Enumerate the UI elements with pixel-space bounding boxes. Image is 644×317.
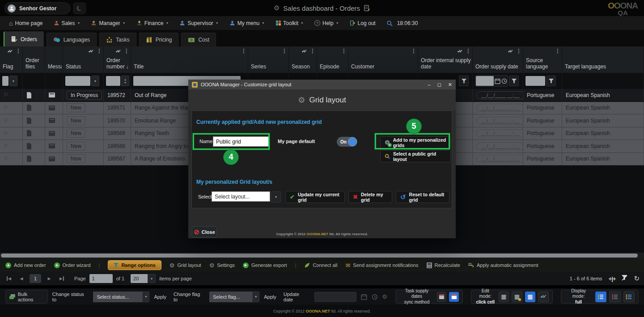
- flag-filter-dropdown[interactable]: ▼: [9, 76, 17, 86]
- column-menu-icon[interactable]: ⋮: [241, 48, 246, 54]
- sync-method-calendar-active-button[interactable]: [449, 292, 459, 302]
- bulk-actions-button[interactable]: Bulk actions: [5, 290, 48, 304]
- search-icon[interactable]: [386, 20, 393, 26]
- col-order-internal-supply-date[interactable]: ✔✔⋮ Order internal supply date: [418, 46, 473, 73]
- column-menu-icon[interactable]: ⋮: [555, 48, 560, 54]
- select-status-dropdown-arrow[interactable]: ▼: [142, 292, 149, 302]
- source-language-filter-icon[interactable]: [546, 76, 556, 86]
- col-messages[interactable]: Messages: [45, 46, 63, 73]
- col-customer[interactable]: ⋮ Customer: [348, 46, 418, 73]
- scrollbar-thumb[interactable]: [1, 254, 638, 258]
- column-check-icon[interactable]: ✔✔: [301, 49, 307, 54]
- order-number-stepper[interactable]: ▲▼: [121, 76, 129, 86]
- copy-report-icon[interactable]: [364, 5, 370, 12]
- last-page-button[interactable]: ▶: [57, 276, 66, 281]
- column-check-icon[interactable]: ✔✔: [7, 49, 13, 54]
- messages-icon[interactable]: [49, 156, 55, 161]
- now-gear-icon[interactable]: ⚙: [382, 293, 387, 300]
- edit-mode-grid-badge-button[interactable]: ▦: [512, 292, 522, 302]
- col-series[interactable]: ⋮ Series: [248, 46, 289, 73]
- apply-automatic-assignment-button[interactable]: Apply automatic assignment: [468, 262, 538, 268]
- page-number-input[interactable]: 1: [89, 274, 113, 283]
- calendar-icon[interactable]: [495, 78, 500, 84]
- layout-select[interactable]: Select layout...: [212, 191, 270, 202]
- col-source-language[interactable]: ⋮ Source language: [523, 46, 562, 73]
- col-order-files[interactable]: Order files: [23, 46, 45, 73]
- delete-my-grid-button[interactable]: ✖ Delete my grid: [348, 191, 392, 203]
- internal-supply-date-filter-icon[interactable]: [459, 76, 469, 86]
- first-page-button[interactable]: ◀: [4, 276, 13, 281]
- tab-orders[interactable]: Orders: [4, 31, 44, 46]
- refresh-icon[interactable]: ↻: [634, 275, 640, 283]
- menu-manager[interactable]: Manager▼: [86, 17, 130, 30]
- column-menu-icon[interactable]: ⋮: [16, 48, 21, 54]
- col-order-supply-date[interactable]: ✔✔⋮ Order supply date: [473, 46, 523, 73]
- col-target-languages[interactable]: Target languages: [562, 46, 644, 73]
- page-size-select[interactable]: 20: [131, 274, 148, 283]
- order-files-icon[interactable]: [26, 118, 32, 124]
- supply-date-filter-input[interactable]: [476, 76, 494, 86]
- flag-filter-input[interactable]: [2, 76, 8, 86]
- menu-log-out[interactable]: Log out: [345, 17, 380, 30]
- maximize-icon[interactable]: ◻: [437, 82, 441, 88]
- clock-icon[interactable]: [372, 294, 378, 300]
- tab-languages[interactable]: Languages: [47, 33, 97, 46]
- horizontal-scrollbar[interactable]: [0, 253, 644, 258]
- apply-flag-button[interactable]: Apply: [264, 294, 276, 300]
- column-menu-icon[interactable]: ⋮: [411, 48, 416, 54]
- messages-icon[interactable]: [49, 131, 55, 136]
- send-assignment-notifications-button[interactable]: ✉Send assignment notifications: [345, 262, 418, 269]
- edit-mode-grid-button[interactable]: ▦: [499, 292, 509, 302]
- generate-export-button[interactable]: ▶Generate export: [243, 262, 287, 268]
- order-wizard-button[interactable]: +Order wizard: [54, 262, 91, 268]
- apply-status-button[interactable]: Apply: [154, 294, 166, 300]
- add-new-order-button[interactable]: +Add new order: [5, 262, 46, 268]
- supply-date-filter-icon[interactable]: [509, 76, 519, 86]
- col-status[interactable]: ✔✔⋮ Status: [63, 46, 104, 73]
- flag-icon[interactable]: ⚐: [4, 117, 9, 124]
- update-my-current-grid-button[interactable]: ✔ Update my current grid: [285, 191, 345, 203]
- my-page-default-toggle[interactable]: On: [337, 137, 357, 147]
- order-number-filter-input[interactable]: [106, 76, 120, 86]
- column-check-icon[interactable]: ✔✔: [508, 49, 513, 54]
- dialog-title-bar[interactable]: OOONA Manager - Customize grid layout – …: [188, 80, 456, 89]
- update-date-input[interactable]: [314, 292, 356, 302]
- menu-finance[interactable]: Finance▼: [132, 17, 174, 30]
- flag-icon[interactable]: ⚐: [4, 105, 9, 111]
- order-files-icon[interactable]: [26, 92, 32, 98]
- clock-icon[interactable]: [501, 78, 507, 84]
- column-menu-icon[interactable]: ⋮: [310, 48, 315, 54]
- current-page-button[interactable]: 1: [30, 274, 41, 283]
- column-menu-icon[interactable]: ⋮: [124, 48, 129, 54]
- order-files-icon[interactable]: [26, 105, 32, 111]
- order-files-icon[interactable]: [26, 130, 32, 136]
- status-filter-dropdown[interactable]: ▼: [91, 76, 99, 86]
- messages-icon[interactable]: [49, 106, 55, 110]
- col-season[interactable]: ✔✔⋮ Season: [289, 46, 317, 73]
- display-mode-mixed-button[interactable]: [623, 292, 635, 302]
- minimize-icon[interactable]: –: [428, 82, 431, 88]
- menu-sales[interactable]: Sales▼: [49, 17, 85, 30]
- column-menu-icon[interactable]: ⋮: [466, 48, 471, 54]
- col-title[interactable]: ⋮ Title: [131, 46, 248, 73]
- flag-icon[interactable]: ⚐: [4, 92, 9, 98]
- menu-home-page[interactable]: ⌂ Home page: [4, 17, 47, 30]
- tab-tasks[interactable]: Tasks: [99, 33, 136, 46]
- display-mode-full-button[interactable]: [595, 292, 606, 302]
- status-filter-input[interactable]: [65, 76, 90, 86]
- user-menu[interactable]: Senhor Gestor: [4, 2, 71, 14]
- column-check-icon[interactable]: ✔✔: [457, 49, 463, 54]
- tab-cost[interactable]: Cost: [181, 33, 216, 46]
- order-files-icon[interactable]: [26, 156, 32, 162]
- menu-toolkit[interactable]: Toolkit▼: [271, 17, 308, 30]
- fit-columns-icon[interactable]: +|+: [609, 275, 616, 282]
- range-options-button[interactable]: Range options: [108, 260, 161, 270]
- reset-to-default-grid-button[interactable]: ↺ Reset to default grid: [396, 191, 449, 203]
- page-size-dropdown[interactable]: ▼: [148, 274, 156, 283]
- select-public-grid-layout-button[interactable]: Select a public grid layout: [380, 150, 451, 162]
- col-flag[interactable]: ✔✔⋮ Flag: [0, 46, 23, 73]
- edit-mode-click-cell-button[interactable]: ▦: [525, 292, 536, 302]
- layout-select-arrow[interactable]: ▼: [271, 191, 281, 203]
- source-language-filter-input[interactable]: [525, 76, 545, 86]
- order-files-icon[interactable]: [26, 143, 32, 149]
